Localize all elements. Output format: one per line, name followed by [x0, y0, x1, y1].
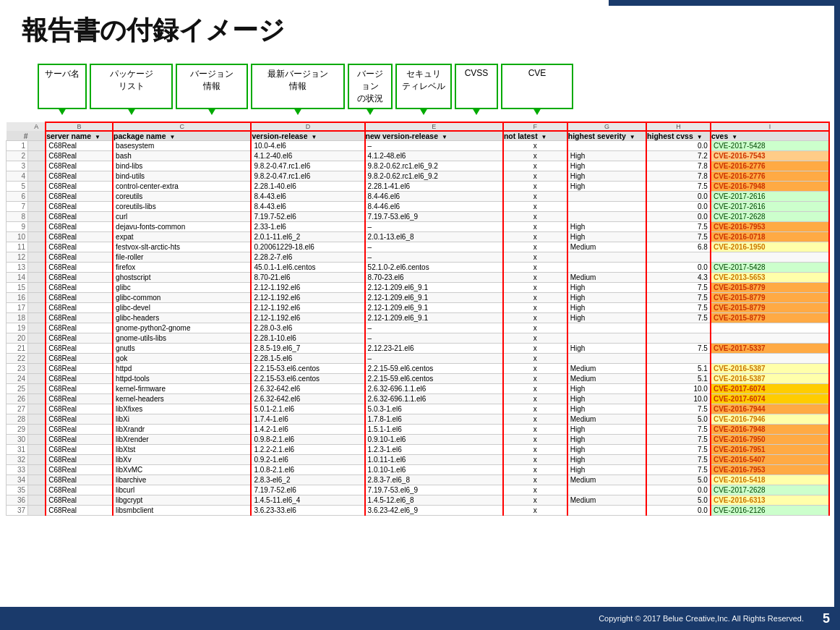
table-row: 14 C68Real ghostscript 8.70-21.el6 8.70-…: [7, 273, 830, 283]
cell-version: 2.28.1-5.el6: [251, 354, 364, 364]
cell-cvss: 7.2: [646, 151, 711, 161]
cell-version: 2.6.32-642.el6: [251, 394, 364, 404]
cell-newversion: –: [365, 333, 503, 344]
cell-rownum: 37: [7, 506, 28, 516]
cell-rownum: 23: [7, 364, 28, 374]
cell-cvss: 7.5: [646, 303, 711, 313]
cell-rownum: 13: [7, 263, 28, 273]
cell-cvss: 7.5: [646, 425, 711, 435]
cell-rownum: 22: [7, 354, 28, 364]
cell-package: coreutils: [113, 192, 251, 202]
cell-cve: CVE-2016-7543: [711, 151, 829, 161]
cell-severity: [567, 192, 646, 202]
header-newversion: new version-release ▼: [365, 131, 503, 141]
cell-rownum: 12: [7, 252, 28, 263]
cell-a: [28, 425, 46, 435]
cell-version: 9.8.2-0.47.rc1.el6: [251, 171, 364, 182]
cell-package: libXfixes: [113, 404, 251, 414]
cell-newversion: 3.6.23-42.el6_9: [365, 506, 503, 516]
cell-cve: CVE-2016-2126: [711, 506, 829, 516]
cell-cve: CVE-2017-2628: [711, 485, 829, 495]
table-row: 12 C68Real file-roller 2.28.2-7.el6 – x: [7, 252, 830, 263]
cell-notlatest: x: [503, 222, 567, 232]
table-row: 23 C68Real httpd 2.2.15-53.el6.centos 2.…: [7, 364, 830, 374]
cell-a: [28, 182, 46, 192]
table-row: 6 C68Real coreutils 8.4-43.el6 8.4-46.el…: [7, 192, 830, 202]
header-cve: cves ▼: [711, 131, 829, 141]
cell-package: httpd-tools: [113, 374, 251, 384]
page-number: 5: [823, 611, 830, 626]
cell-server: C68Real: [46, 495, 113, 506]
cell-notlatest: x: [503, 273, 567, 283]
table-row: 20 C68Real gnome-utils-libs 2.28.1-10.el…: [7, 333, 830, 344]
cell-rownum: 16: [7, 293, 28, 303]
cell-a: [28, 344, 46, 354]
cell-notlatest: x: [503, 435, 567, 445]
cell-severity: High: [567, 455, 646, 465]
cell-cve: CVE-2016-2776: [711, 161, 829, 171]
cell-rownum: 34: [7, 475, 28, 485]
col-e: E: [365, 122, 503, 131]
cell-cvss: 0.0: [646, 506, 711, 516]
cell-cvss: 7.8: [646, 171, 711, 182]
cell-server: C68Real: [46, 475, 113, 485]
cell-notlatest: x: [503, 333, 567, 344]
cell-server: C68Real: [46, 161, 113, 171]
cell-cvss: 7.8: [646, 161, 711, 171]
cell-a: [28, 232, 46, 242]
header-a-empty: [28, 131, 46, 141]
cell-newversion: 8.4-46.el6: [365, 192, 503, 202]
cell-notlatest: x: [503, 263, 567, 273]
cell-package: control-center-extra: [113, 182, 251, 192]
cell-cve: CVE-2016-7944: [711, 404, 829, 414]
cell-rownum: 2: [7, 151, 28, 161]
label-server: サーバ名: [38, 64, 87, 109]
cell-newversion: 1.0.10-1.el6: [365, 465, 503, 475]
cell-version: 2.8.5-19.el6_7: [251, 344, 364, 354]
table-row: 27 C68Real libXfixes 5.0.1-2.1.el6 5.0.3…: [7, 404, 830, 414]
cell-newversion: –: [365, 354, 503, 364]
cell-package: glibc-headers: [113, 313, 251, 323]
cell-a: [28, 384, 46, 394]
cell-rownum: 24: [7, 374, 28, 384]
table-row: 9 C68Real dejavu-fonts-common 2.33-1.el6…: [7, 222, 830, 232]
label-cvss: CVSS: [455, 64, 498, 109]
table-row: 18 C68Real glibc-headers 2.12-1.192.el6 …: [7, 313, 830, 323]
bottom-bar: Copyright © 2017 Belue Creative,Inc. All…: [0, 607, 840, 630]
col-d: D: [251, 122, 364, 131]
cell-a: [28, 485, 46, 495]
cell-cve: CVE-2016-5407: [711, 455, 829, 465]
cell-newversion: 8.70-23.el6: [365, 273, 503, 283]
col-i: I: [711, 122, 829, 131]
cell-cve: [711, 323, 829, 333]
cell-package: bind-utils: [113, 171, 251, 182]
table-row: 19 C68Real gnome-python2-gnome 2.28.0-3.…: [7, 323, 830, 333]
cell-server: C68Real: [46, 506, 113, 516]
cell-server: C68Real: [46, 364, 113, 374]
cell-package: libXrender: [113, 435, 251, 445]
cell-notlatest: x: [503, 374, 567, 384]
table-row: 24 C68Real httpd-tools 2.2.15-53.el6.cen…: [7, 374, 830, 384]
cell-rownum: 19: [7, 323, 28, 333]
cell-newversion: 1.4.5-12.el6_8: [365, 495, 503, 506]
cell-server: C68Real: [46, 171, 113, 182]
cell-rownum: 14: [7, 273, 28, 283]
cell-newversion: –: [365, 141, 503, 151]
cell-a: [28, 161, 46, 171]
header-rownum: #: [7, 131, 28, 141]
cell-server: C68Real: [46, 141, 113, 151]
cell-rownum: 36: [7, 495, 28, 506]
cell-a: [28, 222, 46, 232]
cell-version: 1.4.5-11.el6_4: [251, 495, 364, 506]
cell-a: [28, 506, 46, 516]
cell-a: [28, 475, 46, 485]
cell-newversion: 1.7.8-1.el6: [365, 414, 503, 425]
cell-package: glibc-devel: [113, 303, 251, 313]
cell-server: C68Real: [46, 404, 113, 414]
cell-server: C68Real: [46, 445, 113, 455]
cell-package: file-roller: [113, 252, 251, 263]
col-c: C: [113, 122, 251, 131]
cell-cvss: 7.5: [646, 455, 711, 465]
cell-server: C68Real: [46, 414, 113, 425]
cell-severity: High: [567, 394, 646, 404]
